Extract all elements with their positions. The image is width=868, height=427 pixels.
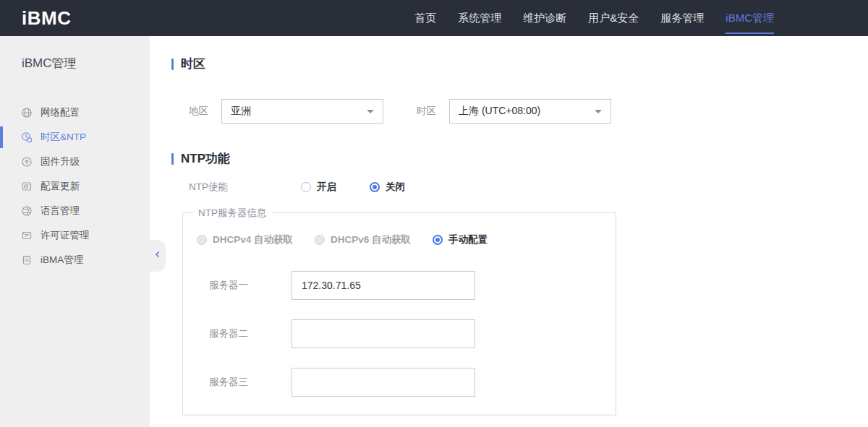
server-two-input[interactable] xyxy=(292,319,475,348)
license-icon xyxy=(21,230,33,241)
sidebar-item-label: 时区&NTP xyxy=(41,131,86,144)
region-select-value: 亚洲 xyxy=(231,105,367,118)
chevron-down-icon xyxy=(595,110,602,113)
dhcpv6-auto-label: DHCPv6 自动获取 xyxy=(331,233,411,246)
sidebar-menu: 网络配置 时区&NTP 固件升级 配置更新 xyxy=(0,100,150,272)
firmware-upgrade-icon xyxy=(21,156,33,168)
top-navigation: 首页 系统管理 维护诊断 用户&安全 服务管理 iBMC管理 xyxy=(414,0,774,36)
ibma-clipboard-icon xyxy=(21,254,33,266)
ntp-server-info-groupbox: NTP服务器信息 DHCPv4 自动获取 DHCPv6 自动获取 手动配置 xyxy=(182,212,616,415)
server-three-input[interactable] xyxy=(292,368,475,397)
timezone-label: 时区 xyxy=(417,105,436,118)
sidebar-item-timezone-ntp[interactable]: 时区&NTP xyxy=(0,125,150,150)
nav-item-home[interactable]: 首页 xyxy=(414,0,436,36)
sidebar-item-label: iBMA管理 xyxy=(41,254,83,267)
ntp-server-mode-row: DHCPv4 自动获取 DHCPv6 自动获取 手动配置 xyxy=(197,233,616,246)
server-three-label: 服务器三 xyxy=(209,376,292,389)
nav-item-user-security[interactable]: 用户&安全 xyxy=(588,0,639,36)
nav-item-system-management[interactable]: 系统管理 xyxy=(458,0,501,36)
network-globe-icon xyxy=(21,107,33,118)
main-content: 时区 地区 亚洲 时区 上海 (UTC+08:00) NTP功能 NTP使能 xyxy=(150,36,868,427)
server-one-label: 服务器一 xyxy=(209,279,292,292)
region-label: 地区 xyxy=(189,105,208,118)
page-layout: iBMC管理 网络配置 时区&NTP 固件升级 xyxy=(0,36,868,427)
sidebar-item-label: 固件升级 xyxy=(41,155,80,168)
sidebar-collapse-button[interactable] xyxy=(150,240,166,272)
ibmc-logo: iBMC xyxy=(22,7,71,30)
timezone-select[interactable]: 上海 (UTC+08:00) xyxy=(449,99,611,124)
sidebar-item-label: 许可证管理 xyxy=(41,229,90,242)
sidebar-item-label: 配置更新 xyxy=(41,180,80,193)
sidebar: iBMC管理 网络配置 时区&NTP 固件升级 xyxy=(0,36,150,427)
timezone-section-title: 时区 xyxy=(181,56,205,72)
dhcpv4-auto-label: DHCPv4 自动获取 xyxy=(213,233,293,246)
sidebar-item-language-management[interactable]: 语言管理 xyxy=(0,199,150,223)
server-one-row: 服务器一 xyxy=(209,271,616,300)
config-update-icon xyxy=(21,181,33,192)
ntp-enable-on-label: 开启 xyxy=(317,181,336,194)
manual-config-label: 手动配置 xyxy=(448,233,488,246)
server-two-label: 服务器二 xyxy=(209,327,292,340)
section-accent-bar xyxy=(171,153,174,165)
dhcpv4-auto-option: DHCPv4 自动获取 xyxy=(197,233,293,246)
sidebar-item-config-update[interactable]: 配置更新 xyxy=(0,174,150,199)
nav-item-ibmc-management[interactable]: iBMC管理 xyxy=(726,0,774,36)
section-accent-bar xyxy=(171,59,174,70)
radio-selected-icon[interactable] xyxy=(370,182,380,192)
ntp-enable-off-label: 关闭 xyxy=(386,181,405,194)
radio-unselected-icon[interactable] xyxy=(301,182,311,192)
server-two-row: 服务器二 xyxy=(209,319,616,348)
ntp-enable-label: NTP使能 xyxy=(189,181,301,194)
server-three-row: 服务器三 xyxy=(209,368,616,397)
ntp-server-info-legend: NTP服务器信息 xyxy=(193,207,272,220)
ntp-enable-row: NTP使能 开启 关闭 xyxy=(189,180,868,194)
sidebar-item-license-management[interactable]: 许可证管理 xyxy=(0,223,150,248)
ntp-enable-off-option[interactable]: 关闭 xyxy=(370,181,405,194)
chevron-left-icon xyxy=(153,249,163,262)
dhcpv6-auto-option: DHCPv6 自动获取 xyxy=(315,233,411,246)
server-one-input[interactable] xyxy=(292,271,475,300)
radio-disabled-icon xyxy=(197,235,207,245)
ntp-section-title: NTP功能 xyxy=(181,150,230,167)
timezone-select-value: 上海 (UTC+08:00) xyxy=(459,105,595,118)
ntp-section-header: NTP功能 xyxy=(171,150,868,167)
sidebar-item-label: 网络配置 xyxy=(41,106,80,119)
radio-disabled-icon xyxy=(315,235,325,245)
timezone-form-row: 地区 亚洲 时区 上海 (UTC+08:00) xyxy=(189,99,868,124)
topbar: iBMC 首页 系统管理 维护诊断 用户&安全 服务管理 iBMC管理 xyxy=(0,0,868,36)
region-select[interactable]: 亚洲 xyxy=(221,99,383,124)
sidebar-title: iBMC管理 xyxy=(22,55,150,72)
nav-item-service-management[interactable]: 服务管理 xyxy=(660,0,704,36)
sidebar-item-network-config[interactable]: 网络配置 xyxy=(0,100,150,125)
radio-selected-icon[interactable] xyxy=(433,235,443,245)
ntp-enable-on-option[interactable]: 开启 xyxy=(301,181,336,194)
chevron-down-icon xyxy=(367,110,374,113)
sidebar-item-label: 语言管理 xyxy=(41,204,80,217)
timezone-section-header: 时区 xyxy=(171,56,868,72)
manual-config-option[interactable]: 手动配置 xyxy=(433,233,488,246)
sidebar-item-firmware-upgrade[interactable]: 固件升级 xyxy=(0,150,150,174)
timezone-clock-icon xyxy=(21,131,33,143)
sidebar-item-ibma-management[interactable]: iBMA管理 xyxy=(0,248,150,272)
language-globe-icon xyxy=(21,205,33,217)
nav-item-maintenance-diagnostics[interactable]: 维护诊断 xyxy=(523,0,566,36)
